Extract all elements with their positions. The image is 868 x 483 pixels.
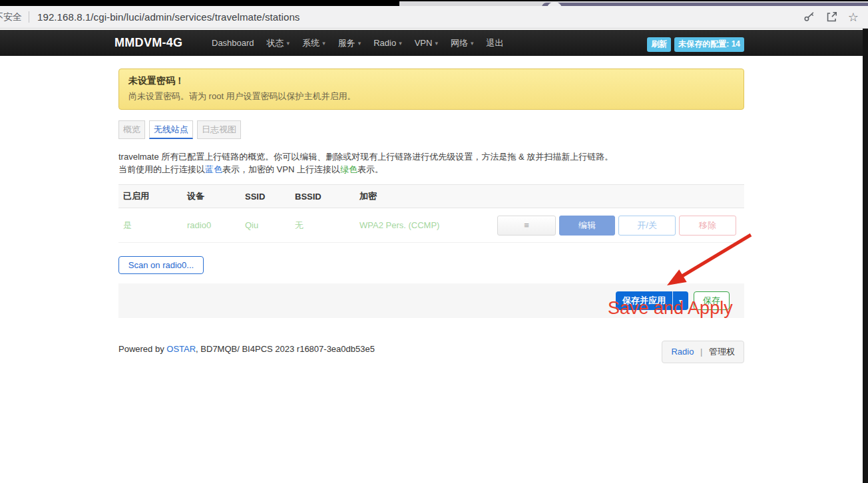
remove-button[interactable]: 移除 [679, 216, 736, 236]
nav-item-vpn[interactable]: VPN ▾ [415, 38, 438, 48]
browser-address-bar[interactable]: 不安全 192.168.8.1/cgi-bin/luci/admin/servi… [0, 6, 868, 29]
share-icon[interactable] [825, 11, 838, 23]
tab-bar: 概览 无线站点 日志视图 [118, 120, 744, 139]
cell-enabled: 是 [123, 220, 187, 232]
address-bar-divider [29, 11, 29, 23]
save-apply-split-button: 保存并应用 ▾ [616, 291, 688, 310]
description-line2: 当前使用的上行连接以蓝色表示，加密的 VPN 上行连接以绿色表示。 [118, 163, 744, 176]
security-status-label: 不安全 [0, 11, 22, 23]
app-navbar: MMDVM-4G Dashboard 状态 ▾ 系统 ▾ 服务 ▾ Radio … [0, 30, 868, 56]
page-description: travelmate 所有已配置上行链路的概览。你可以编辑、删除或对现有上行链路… [118, 150, 744, 176]
ostar-link[interactable]: OSTAR [166, 344, 196, 354]
tab-log-view[interactable]: 日志视图 [197, 120, 241, 139]
stations-table: 已启用 设备 SSID BSSID 加密 是 radio0 Qiu 无 WPA2… [118, 184, 744, 243]
col-header-ssid: SSID [245, 192, 295, 202]
save-button[interactable]: 保存 [694, 291, 730, 310]
chevron-down-icon: ▾ [358, 40, 361, 47]
col-header-enabled: 已启用 [123, 190, 187, 202]
chevron-down-icon: ▾ [322, 40, 326, 47]
alert-title: 未设置密码！ [128, 75, 734, 87]
powered-by-text: Powered by OSTAR, BD7MQB/ BI4PCS 2023 r1… [118, 341, 375, 354]
app-brand: MMDVM-4G [114, 36, 182, 50]
chevron-down-icon: ▾ [471, 40, 474, 47]
bookmark-star-icon[interactable]: ☆ [848, 11, 859, 23]
window-titlebar-segment [0, 1, 399, 6]
nav-item-network[interactable]: 网络 ▾ [451, 37, 474, 49]
col-header-encryption: 加密 [359, 190, 744, 202]
nav-item-radio[interactable]: Radio ▾ [373, 38, 402, 48]
page-content: 未设置密码！ 尚未设置密码。请为 root 用户设置密码以保护主机并启用。 概览… [118, 56, 744, 363]
page-footer: Powered by OSTAR, BD7MQB/ BI4PCS 2023 r1… [118, 341, 744, 363]
nav-item-system[interactable]: 系统 ▾ [302, 37, 326, 49]
chevron-down-icon: ▾ [287, 40, 290, 47]
navbar-badges: 刷新 未保存的配置: 14 [647, 37, 744, 52]
cell-device: radio0 [187, 220, 245, 230]
col-header-device: 设备 [187, 190, 245, 202]
save-apply-button[interactable]: 保存并应用 [616, 291, 672, 310]
chevron-down-icon: ▾ [435, 40, 438, 47]
admin-rights-label: 管理权 [709, 347, 735, 357]
cell-ssid: Qiu [245, 220, 295, 230]
radio-link[interactable]: Radio [671, 347, 694, 357]
nav-menu: Dashboard 状态 ▾ 系统 ▾ 服务 ▾ Radio ▾ VPN ▾ 网… [212, 30, 504, 56]
refresh-badge[interactable]: 刷新 [647, 37, 671, 52]
chevron-down-icon: ▾ [399, 40, 402, 47]
toggle-button[interactable]: 开/关 [618, 216, 676, 236]
col-header-bssid: BSSID [295, 192, 359, 202]
alert-body: 尚未设置密码。请为 root 用户设置密码以保护主机并启用。 [128, 90, 734, 102]
screen-right-edge [863, 29, 868, 483]
description-line1: travelmate 所有已配置上行链路的概览。你可以编辑、删除或对现有上行链路… [118, 150, 744, 163]
key-icon[interactable] [803, 11, 815, 23]
table-header-row: 已启用 设备 SSID BSSID 加密 [118, 184, 744, 208]
table-row: 是 radio0 Qiu 无 WPA2 Pers. (CCMP) ≡ 编辑 开/… [118, 208, 744, 243]
radio-admin-box: Radio | 管理权 [662, 341, 744, 363]
edit-button[interactable]: 编辑 [559, 216, 615, 236]
footer-separator: | [700, 347, 702, 357]
nav-item-status[interactable]: 状态 ▾ [267, 37, 290, 49]
nav-item-dashboard[interactable]: Dashboard [212, 38, 254, 48]
page-actions-bar: 保存并应用 ▾ 保存 [118, 283, 744, 318]
blue-word: 蓝色 [205, 164, 222, 174]
tab-overview[interactable]: 概览 [118, 120, 145, 139]
browser-tab-strip [0, 0, 868, 6]
green-word: 绿色 [340, 164, 357, 174]
url-text[interactable]: 192.168.8.1/cgi-bin/luci/admin/services/… [37, 11, 300, 23]
nav-item-services[interactable]: 服务 ▾ [338, 37, 361, 49]
scan-radio0-button[interactable]: Scan on radio0... [118, 256, 204, 274]
caret-down-icon: ▾ [679, 297, 682, 305]
cell-bssid: 无 [295, 220, 359, 232]
save-apply-dropdown-button[interactable]: ▾ [672, 291, 688, 310]
nav-item-logout[interactable]: 退出 [487, 37, 504, 49]
row-actions: ≡ 编辑 开/关 移除 [497, 216, 736, 236]
drag-handle-button[interactable]: ≡ [497, 216, 556, 236]
unsaved-changes-badge[interactable]: 未保存的配置: 14 [674, 37, 744, 52]
password-warning-alert: 未设置密码！ 尚未设置密码。请为 root 用户设置密码以保护主机并启用。 [118, 69, 744, 110]
tab-wireless-stations[interactable]: 无线站点 [149, 120, 193, 139]
